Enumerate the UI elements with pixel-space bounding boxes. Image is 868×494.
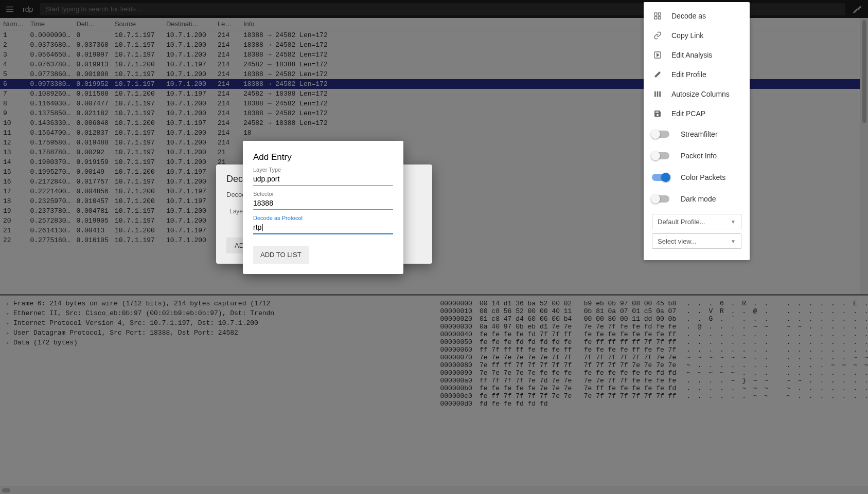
layer-type-field[interactable]: Layer Type bbox=[253, 173, 393, 186]
add-to-list-button[interactable]: ADD TO LIST bbox=[253, 246, 309, 264]
selector-label: Selector bbox=[253, 191, 274, 197]
protocol-label: Decode as Protocol bbox=[253, 215, 303, 221]
selector-input[interactable] bbox=[253, 197, 393, 210]
modal-overlay-top[interactable] bbox=[0, 0, 868, 494]
layer-type-label: Layer Type bbox=[253, 167, 281, 173]
add-entry-title: Add Entry bbox=[253, 152, 393, 162]
add-entry-dialog: Add Entry Layer Type Selector Decode as … bbox=[243, 141, 403, 274]
selector-field[interactable]: Selector bbox=[253, 197, 393, 210]
protocol-input[interactable] bbox=[253, 221, 393, 234]
layer-type-input[interactable] bbox=[253, 173, 393, 186]
protocol-field[interactable]: Decode as Protocol bbox=[253, 221, 393, 234]
